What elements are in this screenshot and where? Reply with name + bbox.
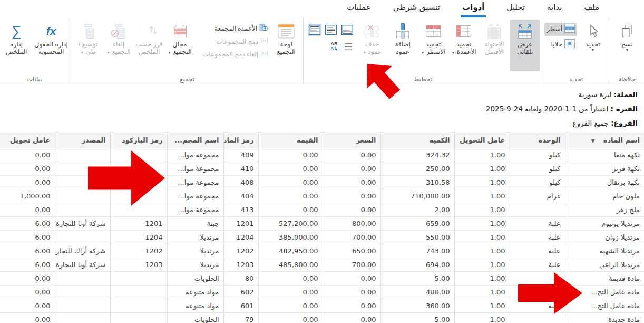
cell-name[interactable]: نكهة منغا [565,148,644,162]
cell-unit[interactable]: علبة [510,217,565,231]
tab-tools[interactable]: أدوات [461,0,486,17]
cell-unit[interactable]: كيلو [510,162,565,176]
tab-file[interactable]: ملف [582,0,601,17]
column-header-conversion-factor-2[interactable]: عامل تحويل [0,132,55,148]
cell-unit[interactable]: علبة [510,231,565,244]
table-row[interactable]: ملح زهر1.002.000.000.00413مجموعة موا...0… [0,203,644,217]
column-header-name[interactable]: اسم المادة▼ [565,132,644,148]
cell-quantity[interactable]: 710,000.00 [380,189,454,203]
cell-material-code[interactable]: 80 [223,272,258,286]
cell-conversion-factor[interactable]: 1.00 [454,286,510,299]
cell-material-code[interactable]: 1202 [223,244,258,258]
cell-source[interactable] [55,148,110,162]
cell-quantity[interactable]: 694.00 [380,258,454,272]
cell-value[interactable]: 0.00 [258,299,323,313]
cell-barcode[interactable]: 1202 [110,244,167,258]
column-header-barcode[interactable]: رمز الباركود [110,132,167,148]
grouped-columns-button[interactable]: الأعمدة المجمعة [196,23,270,34]
cell-price[interactable]: 0.00 [323,189,380,203]
cell-value[interactable]: 0.00 [258,189,323,203]
merge-groups-button[interactable]: دمج المجموعات [196,36,270,47]
cell-source[interactable] [55,203,110,217]
cell-conversion-factor[interactable]: 1.00 [454,258,510,272]
cell-conversion-factor[interactable]: 1.00 [454,189,510,203]
cell-price[interactable]: 0.00 [323,176,380,189]
column-header-unit[interactable]: الوحدة [510,132,565,148]
cell-conversion-factor[interactable]: 1.00 [454,176,510,189]
cell-group-name[interactable]: مجموعة موا... [167,189,223,203]
freeze-columns-button[interactable]: تجميد الأعمدة ▼ [449,20,479,71]
cell-conversion-factor[interactable]: 1.00 [454,162,510,176]
cell-source[interactable] [55,313,110,323]
cell-group-name[interactable]: جبنة [167,217,223,231]
cell-name[interactable]: نكهة برتقال [565,176,644,189]
text-direction-button[interactable]: AB ↳A [330,42,338,51]
cell-name[interactable]: مرتديلا الراعي [565,258,644,272]
cell-name[interactable]: مادة جديدة [565,313,644,323]
cell-source[interactable]: شركة أوتا للتجارة [55,258,110,272]
column-header-quantity[interactable]: الكمية [380,132,454,148]
cell-material-code[interactable]: 601 [223,299,258,313]
cell-value[interactable]: 0.00 [258,313,323,323]
row-height-small-button[interactable] [340,24,354,36]
cell-conversion-factor-2[interactable]: 0.00 [0,203,55,217]
table-row[interactable]: مرتديلا زوانعلبة1.00550.00700.00385,000.… [0,231,644,244]
cell-price[interactable]: 0.00 [323,162,380,176]
cell-group-name[interactable]: مجموعة موا... [167,148,223,162]
cell-conversion-factor-2[interactable]: 0.00 [0,272,55,286]
cell-price[interactable]: 700.00 [323,258,380,272]
cell-material-code[interactable]: 404 [223,189,258,203]
cell-unit[interactable]: كيلو [510,148,565,162]
cell-material-code[interactable]: 79 [223,313,258,323]
cell-name[interactable]: مادة قديمة [565,272,644,286]
cell-conversion-factor-2[interactable]: 0.00 [0,162,55,176]
cell-group-name[interactable]: مواد متنوعة [167,299,223,313]
cell-barcode[interactable]: 1203 [110,258,167,272]
cell-price[interactable]: 0.00 [323,313,380,323]
delete-column-button[interactable]: حذف عمود ▼ [357,20,387,71]
cell-conversion-factor-2[interactable]: 1,000.00 [0,189,55,203]
cell-conversion-factor-2[interactable]: 0.00 [0,286,55,299]
cell-quantity[interactable]: 659.00 [380,217,454,231]
cell-conversion-factor-2[interactable]: 0.00 [0,313,55,323]
cell-price[interactable]: 650.00 [323,244,380,258]
cell-group-name[interactable]: الحلويات [167,272,223,286]
cell-source[interactable] [55,299,110,313]
cell-source[interactable] [55,231,110,244]
sort-by-summary-button[interactable]: ∑ فرز حسب الملخص [134,20,164,71]
cell-quantity[interactable]: 5.00 [380,313,454,323]
filter-caret-icon[interactable]: ▼ [591,138,595,144]
cell-material-code[interactable]: 413 [223,203,258,217]
column-header-material-code[interactable]: رمز المادة [223,132,258,148]
column-header-group-name[interactable]: اسم المجم... [167,132,223,148]
cell-value[interactable]: 482,950.00 [258,244,323,258]
cell-price[interactable]: 0.00 [323,299,380,313]
cell-barcode[interactable] [110,286,167,299]
cell-material-code[interactable]: 1201 [223,217,258,231]
cell-conversion-factor-2[interactable]: 0.00 [0,299,55,313]
cell-group-name[interactable]: مجموعة موا... [167,176,223,189]
cell-barcode[interactable] [110,299,167,313]
add-column-button[interactable]: إضافة عمود [388,20,417,71]
cell-quantity[interactable]: 400.00 [380,286,454,299]
cell-value[interactable]: 0.00 [258,286,323,299]
cell-name[interactable]: مادة عامل التح... [565,299,644,313]
cell-group-name[interactable]: مرتديلا [167,231,223,244]
cell-value[interactable]: 485,800.00 [258,258,323,272]
cell-conversion-factor-2[interactable]: 0.00 [0,176,55,189]
cell-conversion-factor[interactable]: 1.00 [454,244,510,258]
cell-name[interactable]: مرتديلا الشهية [565,244,644,258]
table-row[interactable]: مرتديلا يونيومعلبة1.00659.00800.00527,20… [0,217,644,231]
cell-name[interactable]: مرتديلا زوان [565,231,644,244]
cell-price[interactable]: 0.00 [323,272,380,286]
cell-group-name[interactable]: مجموعة موا... [167,203,223,217]
cell-group-name[interactable]: الحلويات [167,313,223,323]
cell-conversion-factor-2[interactable]: 6.00 [0,231,55,244]
table-row[interactable]: مادة قديمة1.005.000.000.0080الحلويات0.00 [0,272,644,286]
tab-conditional-formatting[interactable]: تنسيق شرطي [392,0,442,17]
cell-unit[interactable]: علبة [510,244,565,258]
cell-quantity[interactable]: 5.00 [380,272,454,286]
cell-material-code[interactable]: 408 [223,176,258,189]
row-height-large-button[interactable] [308,24,321,36]
cell-quantity[interactable]: 310.58 [380,176,454,189]
